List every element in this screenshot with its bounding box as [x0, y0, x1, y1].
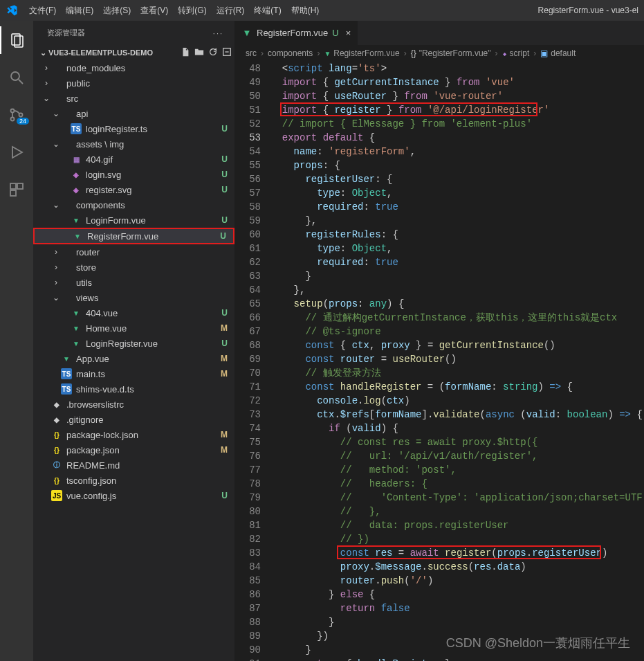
file-item[interactable]: {}tsconfig.json: [33, 473, 234, 488]
more-icon[interactable]: ···: [213, 29, 223, 37]
menu-item[interactable]: 运行(R): [217, 5, 245, 17]
chevron-down-icon: ⌄: [37, 48, 48, 57]
code-editor[interactable]: 4849505152535455565758596061626364656667…: [234, 62, 644, 661]
git-status: M: [221, 323, 228, 333]
menu-item[interactable]: 帮助(H): [291, 5, 320, 17]
new-file-icon[interactable]: [181, 47, 190, 58]
file-item[interactable]: ◆.gitignore: [33, 412, 234, 427]
explorer-icon[interactable]: [0, 26, 33, 54]
git-status: M: [221, 445, 228, 455]
breadcrumbs[interactable]: src›components›▼RegisterForm.vue›{}"Regi…: [234, 45, 644, 62]
file-label: utils: [76, 278, 228, 288]
folder-item[interactable]: ›utils: [33, 275, 234, 290]
project-header[interactable]: ⌄ VUE3-ELEMENTPLUS-DEMO: [33, 45, 234, 60]
menubar: 文件(F)编辑(E)选择(S)查看(V)转到(G)运行(R)终端(T)帮助(H): [29, 5, 319, 17]
extensions-icon[interactable]: [0, 176, 33, 203]
tab-registerform[interactable]: ▼ RegisterForm.vue U ×: [234, 21, 358, 45]
collapse-icon[interactable]: [222, 47, 232, 58]
file-item[interactable]: ◈login.svgU: [33, 167, 234, 182]
file-item[interactable]: {}package-lock.jsonM: [33, 427, 234, 442]
code-content[interactable]: <script lang='ts'> import { getCurrentIn…: [270, 62, 644, 661]
line-numbers: 4849505152535455565758596061626364656667…: [234, 62, 270, 661]
file-label: router: [76, 247, 228, 257]
file-icon: ◆: [51, 414, 62, 425]
folder-icon: [61, 277, 72, 288]
breadcrumb-item[interactable]: components: [268, 48, 313, 58]
git-status: U: [221, 170, 228, 179]
chevron-right-icon: ›: [317, 48, 320, 58]
refresh-icon[interactable]: [208, 47, 218, 58]
file-label: tsconfig.json: [66, 476, 228, 486]
vue-icon: ▼: [71, 338, 82, 349]
close-icon[interactable]: ×: [346, 28, 351, 38]
svg-rect-10: [10, 190, 16, 196]
editor-tabs: ▼ RegisterForm.vue U ×: [234, 21, 644, 45]
file-item[interactable]: ▦404.gifU: [33, 152, 234, 167]
menu-item[interactable]: 编辑(E): [66, 5, 93, 17]
menu-item[interactable]: 查看(V): [140, 5, 168, 17]
file-item[interactable]: ◈register.svgU: [33, 182, 234, 197]
breadcrumb-item[interactable]: ▼RegisterForm.vue: [324, 48, 399, 58]
gif-icon: ▦: [71, 154, 82, 165]
new-folder-icon[interactable]: [194, 47, 204, 58]
git-status: M: [221, 354, 228, 363]
file-label: api: [76, 109, 228, 119]
file-item[interactable]: TSshims-vue.d.ts: [33, 381, 234, 397]
file-label: package-lock.json: [66, 430, 217, 440]
sidebar-header: 资源管理器 ···: [33, 21, 234, 45]
breadcrumb-item[interactable]: ▣default: [540, 48, 576, 58]
source-control-icon[interactable]: 24: [0, 101, 33, 129]
file-label: package.json: [66, 445, 217, 455]
vscode-logo-icon: [6, 4, 18, 17]
file-item[interactable]: ⓘREADME.md: [33, 458, 234, 473]
git-status: U: [221, 215, 228, 225]
file-item[interactable]: ▼RegisterForm.vueU: [33, 228, 234, 244]
file-item[interactable]: ▼Home.vueM: [33, 320, 234, 336]
json-icon: {}: [51, 444, 62, 455]
folder-item[interactable]: ›node_modules: [33, 60, 234, 75]
file-label: 404.vue: [86, 308, 217, 318]
folder-item[interactable]: ⌄api: [33, 106, 234, 121]
menu-item[interactable]: 转到(G): [178, 5, 206, 17]
file-item[interactable]: ◆.browserslistrc: [33, 397, 234, 412]
search-icon[interactable]: [0, 64, 33, 91]
sidebar: 资源管理器 ··· ⌄ VUE3-ELEMENTPLUS-DEMO ›node_…: [33, 21, 234, 661]
menu-item[interactable]: 选择(S): [103, 5, 131, 17]
file-label: RegisterForm.vue: [87, 231, 216, 242]
folder-item[interactable]: ›store: [33, 260, 234, 275]
twist-icon: ›: [51, 278, 61, 287]
folder-item[interactable]: ⌄assets \ img: [33, 136, 234, 152]
vue-icon: ▼: [61, 353, 72, 364]
file-item[interactable]: TSmain.tsM: [33, 366, 234, 381]
folder-item[interactable]: ⌄src: [33, 91, 234, 106]
file-label: LoginRegister.vue: [86, 338, 217, 349]
file-item[interactable]: {}package.jsonM: [33, 442, 234, 458]
file-item[interactable]: ▼404.vueU: [33, 305, 234, 320]
chevron-right-icon: ›: [495, 48, 498, 58]
file-item[interactable]: ▼LoginForm.vueU: [33, 212, 234, 228]
folder-item[interactable]: ›router: [33, 244, 234, 260]
file-item[interactable]: ▼LoginRegister.vueU: [33, 336, 234, 351]
git-status: M: [221, 430, 228, 440]
breadcrumb-item[interactable]: {}"RegisterForm.vue": [411, 48, 491, 58]
twist-icon: ⌄: [51, 293, 61, 302]
folder-icon: [51, 62, 62, 73]
breadcrumb-item[interactable]: ⬥script: [502, 48, 530, 58]
twist-icon: ⌄: [51, 200, 61, 210]
file-item[interactable]: TSloginRegister.tsU: [33, 121, 234, 136]
menu-item[interactable]: 终端(T): [254, 5, 281, 17]
twist-icon: ⌄: [51, 109, 61, 118]
folder-item[interactable]: ⌄components: [33, 197, 234, 212]
svg-point-4: [11, 109, 15, 113]
file-item[interactable]: ▼App.vueM: [33, 351, 234, 366]
breadcrumb-item[interactable]: src: [246, 48, 257, 58]
file-item[interactable]: JSvue.config.jsU: [33, 488, 234, 503]
folder-item[interactable]: ⌄views: [33, 290, 234, 305]
tab-label: RegisterForm.vue: [257, 28, 328, 38]
file-label: main.ts: [76, 369, 217, 379]
run-debug-icon[interactable]: [0, 138, 33, 166]
folder-icon: [51, 78, 62, 89]
vue-icon: ▼: [71, 215, 82, 226]
folder-item[interactable]: ›public: [33, 75, 234, 91]
menu-item[interactable]: 文件(F): [29, 5, 56, 17]
